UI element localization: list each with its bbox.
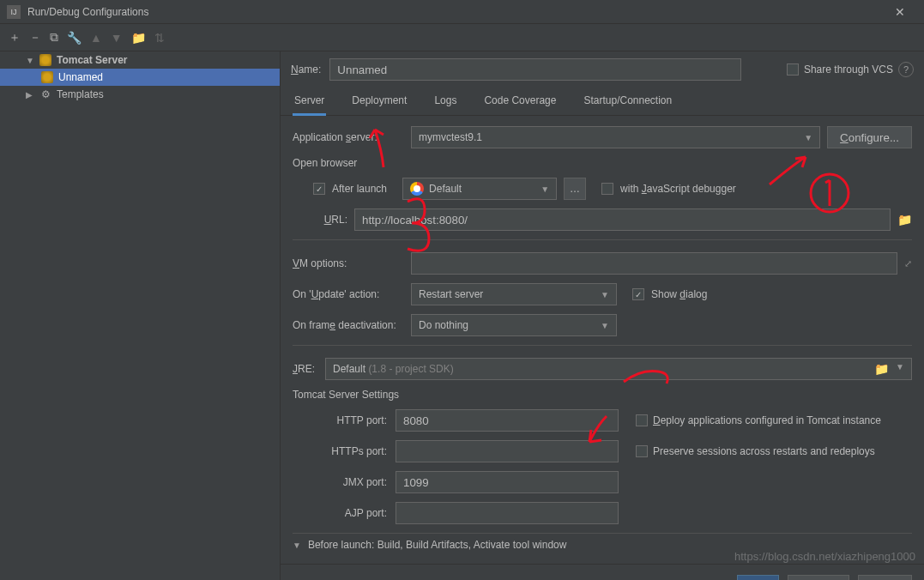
app-icon: IJ: [7, 5, 21, 19]
on-update-select[interactable]: Restart server ▼: [411, 283, 617, 305]
watermark: https://blog.csdn.net/xiazhipeng1000: [734, 550, 915, 563]
ajp-port-label: AJP port:: [313, 507, 387, 519]
close-icon[interactable]: ✕: [883, 5, 917, 19]
share-vcs-checkbox[interactable]: [787, 63, 799, 76]
chevron-down-icon: ▼: [26, 56, 34, 65]
tab-deployment[interactable]: Deployment: [350, 88, 408, 115]
apply-button[interactable]: Apply: [858, 575, 912, 580]
chevron-down-icon: ▼: [293, 541, 301, 550]
tomcat-icon: [41, 71, 53, 83]
folder-icon[interactable]: 📁: [897, 213, 912, 227]
js-debugger-checkbox[interactable]: [601, 183, 613, 195]
folder-icon[interactable]: 📁: [131, 31, 146, 45]
deploy-apps-checkbox[interactable]: [636, 414, 648, 426]
http-port-label: HTTP port:: [313, 414, 387, 426]
toolbar: ＋ － ⧉ 🔧 ▲ ▼ 📁 ⇅: [0, 24, 924, 51]
jmx-port-label: JMX port:: [313, 476, 387, 488]
after-launch-checkbox[interactable]: [313, 183, 325, 195]
right-panel: Name: Share through VCS ? Server Deploym…: [281, 51, 924, 580]
open-browser-title: Open browser: [293, 157, 912, 169]
vm-options-input[interactable]: [411, 252, 897, 275]
on-frame-select[interactable]: Do nothing ▼: [411, 314, 617, 336]
chrome-icon: [410, 182, 424, 196]
name-label: Name:: [291, 63, 321, 76]
tab-server[interactable]: Server: [293, 88, 326, 115]
deploy-apps-label: Deploy applications configured in Tomcat…: [653, 414, 881, 426]
chevron-down-icon: ▼: [601, 321, 609, 330]
browser-select[interactable]: Default ▼: [402, 178, 557, 200]
separator: [293, 239, 912, 240]
tab-logs[interactable]: Logs: [432, 88, 458, 115]
js-debugger-label: with JavaScript debugger: [620, 183, 736, 195]
tree-templates[interactable]: ▶ ⚙ Templates: [0, 86, 280, 103]
tab-startup-connection[interactable]: Startup/Connection: [582, 88, 673, 115]
url-input[interactable]: [354, 208, 891, 231]
ajp-port-input[interactable]: [396, 502, 619, 524]
url-label: URL:: [313, 214, 347, 226]
chevron-down-icon: ▼: [601, 290, 609, 299]
chevron-right-icon: ▶: [26, 90, 34, 100]
jmx-port-input[interactable]: [396, 471, 619, 493]
button-bar: OK Cancel Apply: [281, 564, 924, 580]
tree-tomcat-server[interactable]: ▼ Tomcat Server: [0, 51, 280, 69]
tabs: Server Deployment Logs Code Coverage Sta…: [281, 88, 924, 116]
separator: [293, 345, 912, 346]
configure-button[interactable]: Configure...: [827, 126, 912, 148]
templates-icon: ⚙: [39, 88, 51, 100]
app-server-label: Application server:: [293, 131, 404, 143]
add-icon[interactable]: ＋: [9, 30, 21, 45]
remove-icon[interactable]: －: [29, 30, 41, 45]
jre-label: JRE:: [293, 363, 318, 375]
chevron-down-icon: ▼: [804, 133, 812, 142]
tree-unnamed[interactable]: Unnamed: [0, 69, 280, 86]
window-title: Run/Debug Configurations: [27, 6, 883, 18]
https-port-input[interactable]: [396, 440, 619, 462]
left-panel: ▼ Tomcat Server Unnamed ▶ ⚙ Templates ?: [0, 51, 281, 580]
form-area: Application server: mymvctest9.1 ▼ Confi…: [281, 116, 924, 564]
folder-icon[interactable]: 📁: [874, 362, 889, 376]
show-dialog-label: Show dialog: [651, 288, 707, 300]
down-icon[interactable]: ▼: [111, 31, 123, 45]
preserve-sessions-checkbox[interactable]: [636, 445, 648, 457]
cancel-button[interactable]: Cancel: [788, 575, 849, 580]
config-tree: ▼ Tomcat Server Unnamed ▶ ⚙ Templates: [0, 51, 280, 580]
name-input[interactable]: [329, 58, 741, 81]
sort-icon[interactable]: ⇅: [154, 31, 165, 45]
tree-label: Tomcat Server: [57, 54, 127, 66]
copy-icon[interactable]: ⧉: [50, 30, 58, 45]
ok-button[interactable]: OK: [737, 575, 779, 580]
http-port-input[interactable]: [396, 409, 619, 432]
tab-code-coverage[interactable]: Code Coverage: [482, 88, 558, 115]
browse-button[interactable]: …: [564, 178, 586, 200]
chevron-down-icon: ▼: [541, 184, 549, 194]
help-icon[interactable]: ?: [898, 62, 914, 77]
tomcat-settings-title: Tomcat Server Settings: [293, 389, 912, 401]
on-frame-label: On frame deactivation:: [293, 319, 404, 331]
tree-label: Templates: [57, 88, 104, 100]
tree-label: Unnamed: [58, 71, 103, 83]
jre-select[interactable]: Default (1.8 - project SDK) 📁▼: [325, 358, 912, 380]
up-icon[interactable]: ▲: [90, 31, 102, 45]
vm-options-label: VM options:: [293, 257, 404, 269]
https-port-label: HTTPs port:: [313, 445, 387, 457]
expand-icon[interactable]: ⤢: [904, 258, 912, 269]
before-launch-label: Before launch: Build, Build Artifacts, A…: [308, 539, 567, 551]
tomcat-icon: [39, 54, 51, 66]
wrench-icon[interactable]: 🔧: [67, 31, 82, 45]
preserve-sessions-label: Preserve sessions across restarts and re…: [653, 445, 875, 457]
show-dialog-checkbox[interactable]: [632, 288, 644, 300]
titlebar: IJ Run/Debug Configurations ✕: [0, 0, 924, 24]
app-server-select[interactable]: mymvctest9.1 ▼: [411, 126, 820, 148]
share-vcs-label: Share through VCS: [804, 63, 893, 76]
on-update-label: On 'Update' action:: [293, 288, 404, 300]
after-launch-label: After launch: [332, 183, 387, 195]
chevron-down-icon: ▼: [896, 362, 904, 376]
